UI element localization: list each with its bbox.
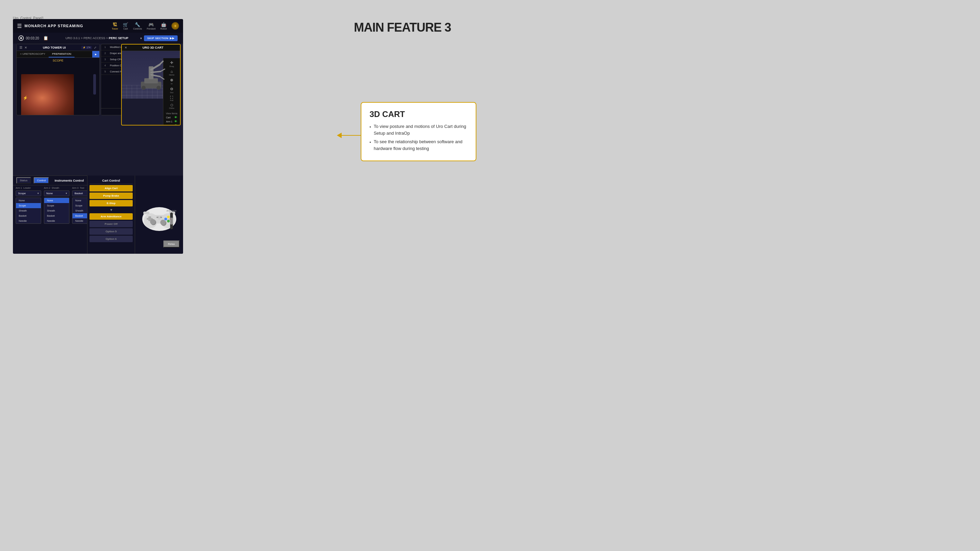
view-item-cart: Cart 👁 — [163, 115, 180, 119]
arrow-head — [337, 133, 342, 138]
arm1-option-none[interactable]: None — [16, 198, 41, 203]
tab-action-button[interactable]: ▶ — [92, 51, 99, 57]
cart-icon: 🛒 — [123, 22, 128, 27]
tower-ui-badge: ⚡ 174 — [81, 46, 92, 49]
controls-label: Controls — [133, 27, 142, 30]
view-items-section: View Items Cart 👁 Arm 1 👁 Arm 2 👁 — [163, 110, 180, 125]
main-container: Uro_Control_Panel1 ☰ MONARCH APP STREAMI… — [0, 0, 490, 275]
tab-ureteroscopy[interactable]: < URETEROSCOPY — [17, 51, 49, 57]
cart-3d-close[interactable]: ✕ — [124, 46, 127, 49]
tower-ui-panel: ☰ ✕ URO TOWER UI ⚡ 174 ⤢ < URETEROSCOPY … — [16, 44, 100, 115]
svg-point-22 — [150, 219, 156, 224]
cart-label: Cart — [124, 27, 128, 30]
align-cart-button[interactable]: Align Cart — [89, 185, 133, 192]
estop-button[interactable]: E-Stop — [89, 200, 133, 206]
articulate-slider-col: Articulate Relax — [163, 210, 180, 250]
arm1-option-scope[interactable]: Scope — [16, 203, 41, 208]
skip-section-button[interactable]: SKIP SECTION ▶▶ — [144, 35, 178, 41]
hamburger-icon[interactable]: ☰ — [17, 23, 22, 29]
arm1-header: Arm 1 Leader — [16, 187, 41, 189]
feature-title: MAIN FEATURE 3 — [354, 21, 476, 35]
nav-item-robot[interactable]: 🤖 Robot — [160, 22, 167, 30]
tower-ui-expand[interactable]: ⤢ — [94, 46, 97, 49]
callout-item-2: • To see the relationship between softwa… — [369, 138, 468, 152]
arm2-dropdown[interactable]: None ▾ — [44, 191, 69, 196]
tab-status-button[interactable]: Status — [16, 177, 31, 184]
articulate-label: Articulate — [166, 210, 176, 212]
tower-ui-menu-icon[interactable]: ☰ — [19, 46, 22, 49]
arm2-option-none[interactable]: None — [44, 198, 69, 203]
breadcrumb-chevron[interactable]: ▾ — [140, 37, 142, 40]
arm2-header: Arm 2 Sheath — [44, 187, 69, 189]
nav-item-tower[interactable]: 🏗 Tower — [111, 22, 118, 30]
cart-control-panel: Cart Control Align Cart Pump Brake E-Sto… — [87, 176, 135, 254]
eye-cart[interactable]: 👁 — [174, 116, 177, 119]
arm2-option-sheath[interactable]: Sheath — [44, 208, 69, 213]
robot-label: Robot — [160, 27, 167, 30]
robot-icon: 🤖 — [161, 22, 166, 27]
tab-control-button[interactable]: Control — [34, 177, 49, 184]
app-header: ☰ MONARCH APP STREAMING 🏗 Tower 🛒 Cart 🔧… — [13, 19, 183, 33]
arm1-dropdown[interactable]: Scope ▾ — [16, 191, 41, 196]
lightning-icon: ⚡ — [23, 95, 28, 100]
svg-point-10 — [156, 86, 161, 90]
tab-preparation[interactable]: PREPARATION — [49, 51, 75, 57]
nav-icons: 🏗 Tower 🛒 Cart 🔧 Controls 🎮 Pendant 🤖 — [111, 22, 179, 30]
scope-label: SCOPE — [17, 58, 99, 63]
tower-label: Tower — [111, 27, 118, 30]
arm1-list: None Scope Sheath Basket Needle — [16, 198, 41, 224]
nav-item-pendant[interactable]: 🎮 Pendant — [147, 22, 156, 30]
app-title: MONARCH APP STREAMING — [24, 24, 109, 28]
view-items-title: View Items — [163, 111, 180, 115]
pump-brake-button[interactable]: Pump Brake — [89, 192, 133, 199]
expand-arrow[interactable]: ▾ — [89, 208, 133, 212]
tower-ui-title: URO TOWER UI — [29, 46, 79, 49]
clip-icon: 📋 — [43, 36, 48, 40]
arm2-option-basket[interactable]: Basket — [44, 213, 69, 218]
tower-ui-close[interactable]: ✕ — [24, 46, 27, 49]
articulate-slider-track[interactable] — [170, 213, 173, 229]
record-dot — [20, 37, 22, 39]
breadcrumb: URO 3.0.1 > PERC ACCESS > PERC SETUP — [56, 37, 138, 40]
camera-view: ⚡ — [21, 74, 74, 115]
arm2-list: None Scope Sheath Basket Needle — [44, 198, 69, 224]
arm1-option-needle[interactable]: Needle — [16, 218, 41, 224]
option6-button[interactable]: Option 6 — [89, 236, 133, 242]
cart-3d-content: ✛Drag ⌂Home ⊕In ⊖Out ⛶Full ⬡Or — [122, 51, 180, 116]
tower-icon: 🏗 — [113, 22, 117, 27]
nav-item-controls[interactable]: 🔧 Controls — [133, 22, 142, 30]
tower-tab-bar: < URETEROSCOPY PREPARATION ▶ — [17, 51, 99, 58]
svg-point-27 — [158, 217, 161, 220]
side-scrollbar[interactable] — [93, 74, 96, 95]
relax-button[interactable]: Relax — [163, 240, 180, 248]
callout-item-1: • To view posture and motions of Uro Car… — [369, 123, 468, 137]
record-button[interactable] — [18, 35, 24, 41]
robot-3d-model — [134, 56, 168, 94]
arm2-option-scope[interactable]: Scope — [44, 203, 69, 208]
eye-arm2[interactable]: 👁 — [174, 124, 177, 125]
svg-line-6 — [161, 69, 165, 71]
full-control[interactable]: ⛶Full — [163, 95, 180, 102]
arm2-column: Arm 2 Sheath None ▾ None Scope Sheath Ba… — [44, 187, 69, 224]
instruments-title: Instruments Control — [54, 179, 84, 182]
controls-panel: Status Control Instruments Control ✕ Arm… — [13, 176, 183, 254]
ortho-control[interactable]: ⬡Ortho — [163, 102, 180, 110]
callout-box: 3D CART • To view posture and motions of… — [361, 102, 476, 161]
arm2-option-needle[interactable]: Needle — [44, 218, 69, 224]
tower-ui-header: ☰ ✕ URO TOWER UI ⚡ 174 ⤢ — [17, 44, 99, 51]
option5-button[interactable]: Option 5 — [89, 228, 133, 235]
arm1-option-sheath[interactable]: Sheath — [16, 208, 41, 213]
arm1-column: Arm 1 Leader Scope ▾ None Scope Sheath B… — [16, 187, 41, 224]
nav-logo: ✦ — [172, 22, 179, 30]
cart-control-title: Cart Control — [89, 178, 133, 184]
cart-3d-panel: ✕ URO 3D CART — [121, 44, 181, 125]
svg-line-4 — [159, 61, 163, 65]
arm-admittance-button[interactable]: Arm Admittance — [89, 213, 133, 220]
pendant-label: Pendant — [147, 27, 156, 30]
eye-arm1[interactable]: 👁 — [174, 120, 177, 123]
power-off-button[interactable]: Power Off — [89, 221, 133, 227]
arm1-option-basket[interactable]: Basket — [16, 213, 41, 218]
breadcrumb-bar: 00:03:20 📋 URO 3.0.1 > PERC ACCESS > PER… — [13, 33, 183, 43]
nav-item-cart[interactable]: 🛒 Cart — [123, 22, 128, 30]
svg-rect-28 — [143, 211, 150, 214]
